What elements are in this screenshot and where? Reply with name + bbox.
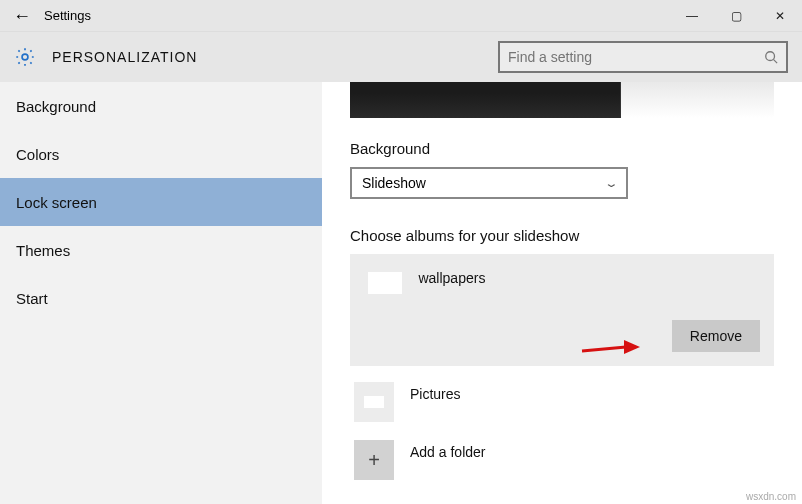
sidebar-item-label: Lock screen [16,194,97,211]
search-box[interactable] [498,41,788,73]
close-button[interactable]: ✕ [758,0,802,32]
svg-point-0 [22,54,28,60]
sidebar-item-label: Start [16,290,48,307]
sidebar: Background Colors Lock screen Themes Sta… [0,82,322,504]
header: PERSONALIZATION [0,32,802,82]
add-folder-label: Add a folder [410,444,486,460]
sidebar-item-colors[interactable]: Colors [0,130,322,178]
svg-point-1 [766,52,775,61]
search-icon [764,50,778,64]
category-title: PERSONALIZATION [52,49,197,65]
window-title: Settings [44,8,91,23]
chevron-down-icon: ⌄ [604,177,618,190]
search-input[interactable] [508,49,764,65]
plus-icon: + [354,440,394,480]
add-folder-button[interactable]: + Add a folder [350,438,774,482]
maximize-button[interactable]: ▢ [714,0,758,32]
lock-screen-preview [350,82,774,118]
titlebar: ← Settings — ▢ ✕ [0,0,802,32]
back-button[interactable]: ← [0,0,44,32]
background-select[interactable]: Slideshow ⌄ [350,167,628,199]
album-thumbnail [354,382,394,422]
background-label: Background [350,140,774,157]
sidebar-item-background[interactable]: Background [0,82,322,130]
sidebar-item-label: Background [16,98,96,115]
sidebar-item-lock-screen[interactable]: Lock screen [0,178,322,226]
content-panel: Background Slideshow ⌄ Choose albums for… [322,82,802,504]
choose-albums-label: Choose albums for your slideshow [350,227,774,244]
album-item-pictures[interactable]: Pictures [350,380,774,424]
sidebar-item-label: Themes [16,242,70,259]
svg-line-2 [774,60,778,64]
album-item-wallpapers[interactable]: wallpapers Remove [350,254,774,366]
minimize-button[interactable]: — [670,0,714,32]
sidebar-item-start[interactable]: Start [0,274,322,322]
sidebar-item-themes[interactable]: Themes [0,226,322,274]
sidebar-item-label: Colors [16,146,59,163]
album-name: Pictures [410,386,461,402]
album-name: wallpapers [418,270,485,286]
watermark: wsxdn.com [746,491,796,502]
album-thumbnail [368,272,402,294]
gear-icon [14,46,36,68]
background-select-value: Slideshow [362,175,426,191]
remove-button[interactable]: Remove [672,320,760,352]
